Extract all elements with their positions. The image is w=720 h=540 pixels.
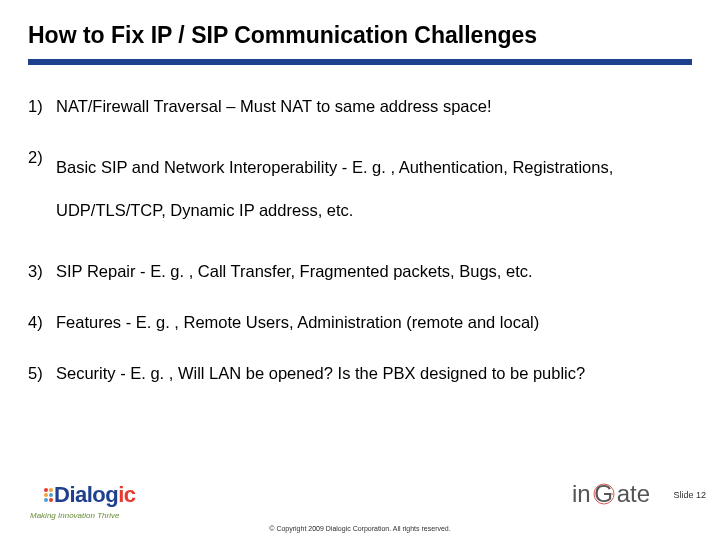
- copyright: © Copyright 2009 Dialogic Corporation. A…: [0, 525, 720, 532]
- logo-dots-icon: [44, 488, 48, 502]
- ingate-left: in: [572, 480, 591, 508]
- item-number: 5): [28, 362, 56, 385]
- list-item: 1) NAT/Firewall Traversal – Must NAT to …: [28, 95, 692, 118]
- dialogic-prefix: Dialog: [54, 482, 118, 507]
- slide-number: Slide 12: [673, 490, 706, 500]
- list-item: 4) Features - E. g. , Remote Users, Admi…: [28, 311, 692, 334]
- list-item: 3) SIP Repair - E. g. , Call Transfer, F…: [28, 260, 692, 283]
- item-text: Security - E. g. , Will LAN be opened? I…: [56, 362, 692, 385]
- item-number: 2): [28, 146, 56, 232]
- dialogic-suffix: ic: [118, 482, 135, 507]
- list-item: 2) Basic SIP and Network Interoperabilit…: [28, 146, 692, 232]
- title-rule: [28, 59, 692, 65]
- item-text: NAT/Firewall Traversal – Must NAT to sam…: [56, 95, 692, 118]
- footer: Dialogic Making Innovation Thrive in G a…: [0, 466, 720, 540]
- dialogic-wordmark: Dialogic: [54, 482, 136, 508]
- slide-title: How to Fix IP / SIP Communication Challe…: [28, 22, 692, 49]
- item-text: SIP Repair - E. g. , Call Transfer, Frag…: [56, 260, 692, 283]
- logo-dots-icon: [49, 488, 53, 502]
- item-text: Basic SIP and Network Interoperability -…: [56, 146, 692, 232]
- item-number: 4): [28, 311, 56, 334]
- ingate-right: ate: [617, 480, 650, 508]
- body-list: 1) NAT/Firewall Traversal – Must NAT to …: [28, 95, 692, 385]
- item-text: Features - E. g. , Remote Users, Adminis…: [56, 311, 692, 334]
- item-number: 3): [28, 260, 56, 283]
- dialogic-logo: Dialogic: [44, 482, 136, 508]
- ingate-logo: in G ate: [572, 480, 650, 508]
- ingate-g-icon: G: [593, 483, 615, 505]
- dialogic-tagline: Making Innovation Thrive: [30, 511, 119, 520]
- item-number: 1): [28, 95, 56, 118]
- slide: How to Fix IP / SIP Communication Challe…: [0, 0, 720, 540]
- list-item: 5) Security - E. g. , Will LAN be opened…: [28, 362, 692, 385]
